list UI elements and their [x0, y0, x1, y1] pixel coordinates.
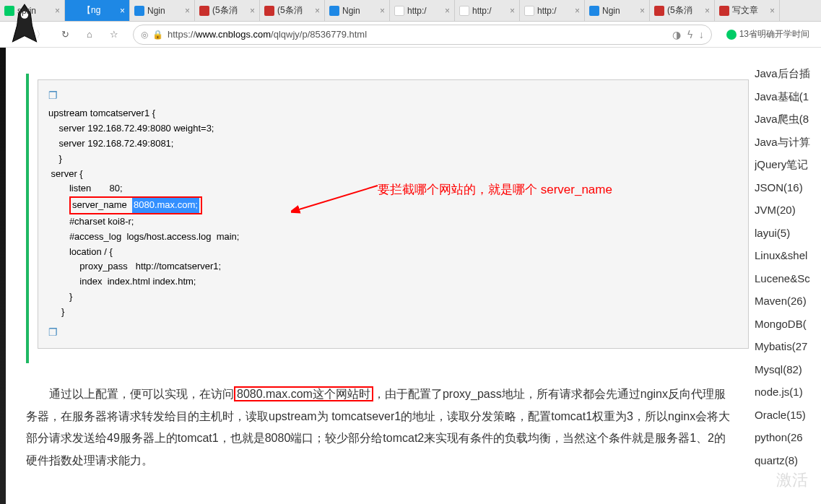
- code-line: #charset koi8-r;: [48, 214, 738, 230]
- tab-title: (5条消: [667, 4, 702, 17]
- search-engine-icon: [726, 30, 737, 40]
- tab-favicon: [134, 6, 144, 16]
- tab-strip: sprin×【ng×Ngin×(5条消×(5条消×Ngin×http:/×htt…: [0, 0, 821, 22]
- tab-title: Ngin: [342, 6, 377, 16]
- tab-title: http:/: [472, 6, 507, 16]
- category-link[interactable]: quartz(8): [755, 449, 821, 472]
- favorite-button[interactable]: ☆: [104, 25, 124, 45]
- code-line: }: [48, 290, 738, 305]
- browser-tab[interactable]: http:/×: [520, 0, 585, 21]
- tab-favicon: [4, 6, 14, 16]
- tab-favicon: [329, 6, 339, 16]
- tab-title: Ngin: [147, 6, 182, 16]
- tab-title: Ngin: [602, 6, 637, 16]
- code-line: #access_log logs/host.access.log main;: [48, 230, 738, 245]
- category-link[interactable]: Linux&shel: [755, 244, 821, 267]
- download-icon[interactable]: ↓: [699, 29, 704, 40]
- code-line: server 192.168.72.49:8080 weight=3;: [48, 121, 738, 136]
- code-line: }: [48, 305, 738, 320]
- code-line: server 192.168.72.49:8081;: [48, 136, 738, 152]
- code-line: proxy_pass http://tomcatserver1;: [48, 259, 738, 274]
- tab-title: (5条消: [212, 4, 247, 17]
- browser-tab[interactable]: Ngin×: [130, 0, 195, 21]
- search-hint: 13省明确开学时间: [739, 28, 809, 40]
- home-button[interactable]: ⌂: [79, 25, 100, 45]
- copy-icon[interactable]: ❐: [48, 324, 58, 340]
- browser-tab[interactable]: sprin×: [0, 0, 65, 21]
- tab-title: 写文章: [732, 4, 767, 17]
- category-link[interactable]: Maven(26): [755, 290, 821, 313]
- category-link[interactable]: Lucene&Sc: [755, 267, 821, 290]
- category-link[interactable]: Mysql(82): [755, 358, 821, 381]
- article-paragraph: 通过以上配置，便可以实现，在访问8080.max.com这个网站时，由于配置了p…: [26, 383, 749, 472]
- code-line: location / {: [48, 245, 738, 260]
- reload-button[interactable]: ↻: [55, 25, 75, 45]
- category-link[interactable]: node.js(1): [755, 381, 821, 404]
- browser-tab[interactable]: Ngin×: [585, 0, 650, 21]
- close-icon[interactable]: ×: [185, 6, 190, 16]
- close-icon[interactable]: ×: [640, 6, 645, 16]
- tab-favicon: [589, 6, 599, 16]
- tab-title: sprin: [17, 6, 52, 16]
- tab-favicon: [394, 6, 404, 16]
- copy-icon[interactable]: ❐: [48, 87, 58, 103]
- close-icon[interactable]: ×: [510, 6, 515, 16]
- lock-icon: 🔒: [152, 30, 163, 40]
- category-link[interactable]: JVM(20): [755, 199, 821, 222]
- tab-favicon: [199, 6, 209, 16]
- side-search[interactable]: 13省明确开学时间: [721, 28, 815, 40]
- browser-tab[interactable]: 写文章×: [715, 0, 780, 21]
- tab-favicon: [654, 6, 664, 16]
- code-line: }: [48, 152, 738, 167]
- browser-tab[interactable]: 【ng×: [65, 0, 130, 21]
- tab-title: (5条消: [277, 4, 312, 17]
- annotation-text: 要拦截哪个网站的，就是哪个 server_name: [378, 180, 612, 199]
- category-link[interactable]: layui(5): [755, 222, 821, 245]
- close-icon[interactable]: ×: [55, 6, 60, 16]
- category-link[interactable]: Java后台插: [755, 62, 821, 85]
- category-link[interactable]: Oracle(15): [755, 404, 821, 427]
- article-main: ❐ upstream tomcatserver1 { server 192.16…: [0, 48, 749, 472]
- category-link[interactable]: python(26: [755, 426, 821, 449]
- browser-tab[interactable]: (5条消×: [260, 0, 325, 21]
- close-icon[interactable]: ×: [315, 6, 320, 16]
- close-icon[interactable]: ×: [770, 6, 775, 16]
- code-block: ❐ upstream tomcatserver1 { server 192.16…: [38, 79, 749, 349]
- category-link[interactable]: MongoDB(: [755, 313, 821, 336]
- code-line: upstream tomcatserver1 {: [48, 106, 738, 121]
- url-actions: ◑ ϟ ↓: [672, 29, 704, 40]
- tab-favicon: [524, 6, 534, 16]
- category-link[interactable]: jQuery笔记: [755, 153, 821, 176]
- category-link[interactable]: Mybatis(27: [755, 335, 821, 358]
- highlighted-phrase: 8080.max.com这个网站时: [234, 386, 373, 401]
- close-icon[interactable]: ×: [380, 6, 385, 16]
- browser-tab[interactable]: http:/×: [390, 0, 455, 21]
- code-line: index index.html index.htm;: [48, 274, 738, 290]
- category-sidebar: Java后台插Java基础(1Java爬虫(8Java与计算jQuery笔记JS…: [749, 48, 821, 472]
- browser-tab[interactable]: http:/×: [455, 0, 520, 21]
- close-icon[interactable]: ×: [445, 6, 450, 16]
- browser-tab[interactable]: (5条消×: [195, 0, 260, 21]
- tab-title: 【ng: [82, 4, 117, 17]
- browser-tab[interactable]: (5条消×: [650, 0, 715, 21]
- flash-icon[interactable]: ϟ: [687, 29, 693, 40]
- browser-tab[interactable]: Ngin×: [325, 0, 390, 21]
- url-text: https://www.cnblogs.com/qlqwjy/p/8536779…: [168, 29, 668, 40]
- close-icon[interactable]: ×: [575, 6, 580, 16]
- close-icon[interactable]: ×: [120, 6, 125, 16]
- tab-favicon: [69, 6, 79, 16]
- category-link[interactable]: Java爬虫(8: [755, 108, 821, 131]
- url-field[interactable]: ◎ 🔒 https://www.cnblogs.com/qlqwjy/p/853…: [133, 25, 712, 45]
- compass-icon[interactable]: ◑: [672, 29, 681, 40]
- left-decor: [0, 48, 6, 472]
- tab-title: http:/: [407, 6, 442, 16]
- category-link[interactable]: Java与计算: [755, 131, 821, 154]
- code-block-wrap: ❐ upstream tomcatserver1 { server 192.16…: [26, 74, 749, 363]
- close-icon[interactable]: ×: [705, 6, 710, 16]
- category-link[interactable]: JSON(16): [755, 176, 821, 199]
- close-icon[interactable]: ×: [250, 6, 255, 16]
- tab-favicon: [459, 6, 469, 16]
- category-link[interactable]: Java基础(1: [755, 85, 821, 108]
- shield-icon: ◎: [141, 30, 148, 40]
- tab-favicon: [719, 6, 729, 16]
